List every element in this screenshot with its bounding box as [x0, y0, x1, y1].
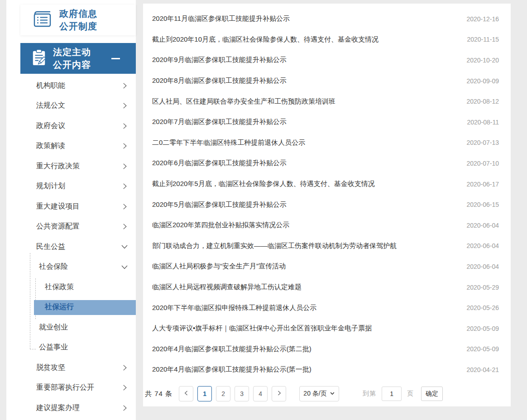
sidebar-menu-item[interactable]: 脱贫攻坚 [20, 358, 136, 378]
confirm-button[interactable]: 确定 [421, 387, 443, 401]
chevron-down-icon [121, 263, 128, 271]
article-date: 2020-06-04 [466, 242, 499, 249]
sidebar-menu-item-label: 重大行政决策 [36, 162, 80, 171]
pagination-bar: 共 74 条 1 2 3 4 20 条/页 [145, 384, 506, 404]
sidebar-menu-item[interactable]: 社会保险 [20, 257, 136, 277]
page-number-label: 2 [221, 390, 225, 397]
article-date: 2020-05-09 [466, 325, 499, 332]
page-size-select[interactable]: 20 条/页 [299, 386, 339, 401]
article-row: 2020年4月临淄区参保职工技能提升补贴公示(第二批) 2020-05-09 [152, 339, 499, 360]
sidebar-menu-item[interactable]: 民生公益 [20, 237, 136, 257]
sidebar-menu-item[interactable]: 公益事业 [20, 338, 136, 358]
sidebar-menu-item[interactable]: 机构职能 [20, 76, 136, 96]
sidebar-menu-item[interactable]: 公共资源配置 [20, 217, 136, 237]
sidebar-menu-item-label: 就业创业 [39, 323, 68, 332]
article-title-link[interactable]: 2020年4月临淄区参保职工技能提升补贴公示(第一批) [152, 365, 311, 374]
article-date: 2020-06-04 [466, 263, 499, 270]
article-date: 2020-06-17 [466, 181, 499, 188]
sidebar-menu-item-label: 社保政策 [45, 282, 74, 292]
sidebar-menu-item[interactable]: 重大建设项目 [20, 196, 136, 217]
article-title-link[interactable]: 区人社局、区住建局联合举办安全生产和工伤预防政策培训班 [152, 97, 335, 106]
sidebar-section-legal-disclosure[interactable]: 法定主动 公开内容 [20, 43, 136, 74]
page-number-button[interactable]: 3 [235, 386, 249, 401]
sidebar-menu-item[interactable]: 社保运行 [20, 297, 136, 318]
article-title-link[interactable]: 临淄区人社局远程视频调查破解异地工伤认定难题 [152, 283, 302, 291]
sidebar-menu-item-label: 民生公益 [36, 242, 65, 252]
chevron-down-icon [121, 243, 128, 250]
sidebar-menu-item-label: 机构职能 [36, 81, 65, 91]
sidebar-menu-item[interactable]: 建议提案办理 [20, 398, 136, 418]
sidebar-header-title: 政府信息 公开制度 [59, 7, 97, 33]
article-list: 2020年11月临淄区参保职工技能提升补贴公示 2020-12-16 截止到20… [143, 4, 511, 380]
article-title-link[interactable]: 2020年9月临淄区参保职工技能提升补贴公示 [152, 56, 287, 64]
chevron-right-icon [121, 223, 128, 230]
sidebar-menu-item[interactable]: 重大行政决策 [20, 156, 136, 177]
sidebar-menu-item-label: 社保运行 [45, 302, 74, 312]
article-row: 二0二零年下半年临淄区特殊工种提前退休人员公示 2020-07-13 [152, 133, 499, 153]
sidebar-section-title: 法定主动 公开内容 [53, 46, 91, 71]
article-title-link[interactable]: 2020年4月临淄区参保职工技能提升补贴公示(第二批) [152, 345, 311, 353]
chevron-right-icon [276, 390, 282, 397]
chevron-right-icon [121, 82, 128, 89]
sidebar-menu-item-label: 政策解读 [36, 141, 65, 151]
article-title-link[interactable]: 2020年7月临淄区参保职工技能提升补贴公示 [152, 118, 287, 126]
article-row: 人大专项评议•旗手标杆｜临淄区社保中心开出全区首张职业年金电子票据 2020-0… [152, 318, 499, 339]
article-row: 区人社局、区住建局联合举办安全生产和工伤预防政策培训班 2020-08-12 [152, 91, 499, 112]
article-date: 2020-05-09 [466, 345, 499, 353]
sidebar-menu-item[interactable]: 政府会议 [20, 116, 136, 136]
goto-page-group: 到第 页 确定 [363, 387, 443, 401]
article-row: 2020年下半年临淄区拟申报特殊工种提前退休人员公示 2020-05-26 [152, 297, 499, 318]
article-title-link[interactable]: 临淄区人社局积极参与“安全生产月”宣传活动 [152, 262, 286, 271]
sidebar-menu-item-label: 政府会议 [36, 121, 65, 131]
sidebar-header-info-disclosure[interactable]: 政府信息 公开制度 [20, 5, 136, 35]
article-date: 2020-08-11 [467, 119, 499, 126]
article-title-link[interactable]: 2020年8月临淄区参保职工技能提升补贴公示 [152, 76, 287, 85]
page-number-button[interactable]: 2 [216, 386, 230, 401]
chevron-right-icon [121, 163, 128, 170]
article-date: 2020-07-13 [466, 139, 499, 146]
chevron-right-icon [121, 102, 128, 109]
content-panel: 2020年11月临淄区参保职工技能提升补贴公示 2020-12-16 截止到20… [143, 4, 511, 406]
sidebar: 政府信息 公开制度 法定主动 公 [6, 0, 136, 420]
sidebar-menu-item-label: 重大建设项目 [36, 202, 80, 211]
next-page-button[interactable] [272, 386, 286, 401]
sidebar-menu-item-label: 脱贫攻坚 [36, 363, 65, 372]
article-title-link[interactable]: 2020年11月临淄区参保职工技能提升补贴公示 [152, 14, 290, 23]
article-title-link[interactable]: 二0二零年下半年临淄区特殊工种提前退休人员公示 [152, 138, 305, 147]
page-number-button[interactable]: 1 [197, 386, 212, 401]
chevron-right-icon [121, 364, 128, 371]
goto-suffix-label: 页 [407, 390, 414, 398]
article-title-link[interactable]: 2020年6月临淄区参保职工技能提升补贴公示 [152, 159, 287, 167]
sidebar-menu-item[interactable]: 法规公文 [20, 96, 136, 116]
article-row: 截止到2020年10月底，临淄区社会保险参保人数、待遇支付、基金收支情况 202… [152, 29, 499, 50]
article-row: 2020年11月临淄区参保职工技能提升补贴公示 2020-12-16 [152, 9, 499, 29]
minus-icon[interactable] [111, 58, 120, 59]
sidebar-menu-item[interactable]: 社保政策 [20, 277, 136, 297]
article-row: 临淄区人社局积极参与“安全生产月”宣传活动 2020-06-04 [152, 256, 499, 277]
chevron-right-icon [121, 143, 128, 149]
sidebar-menu: 机构职能 法规公文 政府会议 政策解读 [20, 76, 136, 418]
sidebar-menu-item-label: 规划计划 [36, 181, 65, 191]
sidebar-menu-item[interactable]: 就业创业 [20, 317, 136, 338]
goto-prefix-label: 到第 [363, 390, 376, 398]
article-title-link[interactable]: 临淄区2020年第四批创业补贴拟落实情况公示 [152, 221, 289, 229]
page-number-button[interactable]: 4 [253, 386, 268, 401]
prev-page-button[interactable] [179, 386, 193, 401]
sidebar-menu-item[interactable]: 规划计划 [20, 177, 136, 197]
article-row: 部门联动成合力，建立机制重实效——临淄区工伤案件联动机制为劳动者保驾护航 202… [152, 236, 499, 257]
sidebar-menu-item[interactable]: 重要部署执行公开 [20, 378, 136, 398]
article-title-link[interactable]: 人大专项评议•旗手标杆｜临淄区社保中心开出全区首张职业年金电子票据 [152, 324, 372, 333]
article-title-link[interactable]: 截止到2020年5月底，临淄区社会保险参保人数、待遇支付、基金收支情况 [152, 180, 375, 188]
article-title-link[interactable]: 部门联动成合力，建立机制重实效——临淄区工伤案件联动机制为劳动者保驾护航 [152, 242, 397, 250]
article-row: 2020年9月临淄区参保职工技能提升补贴公示 2020-10-20 [152, 50, 499, 71]
goto-page-input[interactable] [382, 387, 402, 401]
chevron-right-icon [121, 183, 128, 190]
article-date: 2020-05-26 [466, 304, 499, 311]
article-title-link[interactable]: 2020年5月临淄区参保职工技能提升补贴公示 [152, 200, 287, 209]
total-count-label: 共 74 条 [145, 390, 172, 398]
ledger-icon [31, 9, 53, 31]
sidebar-menu-item[interactable]: 政策解读 [20, 136, 136, 157]
caret-down-icon [330, 390, 335, 397]
article-title-link[interactable]: 2020年下半年临淄区拟申报特殊工种提前退休人员公示 [152, 304, 316, 312]
article-title-link[interactable]: 截止到2020年10月底，临淄区社会保险参保人数、待遇支付、基金收支情况 [152, 35, 378, 44]
